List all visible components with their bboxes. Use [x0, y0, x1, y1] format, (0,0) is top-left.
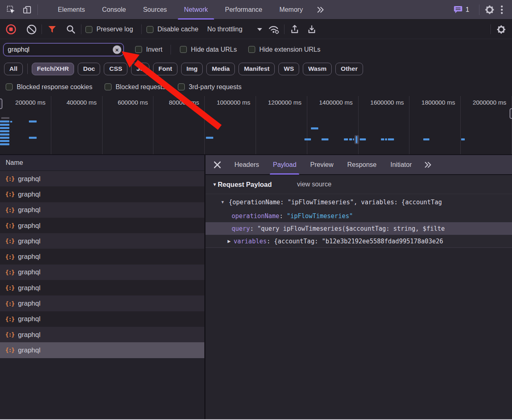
timeline-left-grip[interactable]: [0, 98, 2, 109]
issues-button[interactable]: 1: [453, 5, 469, 14]
tab-sources[interactable]: Sources: [134, 0, 175, 20]
detail-tab-payload[interactable]: Payload: [266, 155, 303, 175]
tab-memory[interactable]: Memory: [271, 0, 311, 20]
filter-chip-js[interactable]: JS: [131, 63, 149, 75]
detail-tab-initiator[interactable]: Initiator: [383, 155, 418, 175]
json-braces-icon: {:}: [5, 284, 14, 291]
filter-chip-fetch-xhr[interactable]: Fetch/XHR: [32, 63, 74, 75]
detail-tab-response[interactable]: Response: [340, 155, 383, 175]
customize-devtools-button[interactable]: [496, 4, 508, 16]
blocked-response-cookies-checkbox[interactable]: Blocked response cookies: [6, 83, 92, 91]
blocked-requests-checkbox[interactable]: Blocked requests: [105, 83, 166, 91]
import-har-button[interactable]: [289, 23, 301, 35]
device-toolbar-button[interactable]: [21, 4, 33, 16]
timeline-tick-label: 600000 ms: [103, 96, 153, 106]
devtools-top-bar: ElementsConsoleSourcesNetworkPerformance…: [0, 0, 512, 20]
filter-chip-manifest[interactable]: Manifest: [238, 63, 275, 75]
network-overview-timeline[interactable]: 200000 ms400000 ms600000 ms800000 ms1000…: [0, 96, 512, 155]
timeline-column: 1000000 ms: [205, 96, 256, 154]
payload-summary-row[interactable]: ▼ {operationName: "ipFlowTimeseries", va…: [206, 194, 512, 210]
toolbar-separator: [81, 24, 81, 34]
more-panels-button[interactable]: [311, 6, 330, 14]
table-row[interactable]: {:}graphql: [0, 218, 204, 233]
preserve-log-checkbox[interactable]: Preserve log: [85, 26, 133, 33]
property-separator: :: [279, 212, 287, 220]
disable-cache-checkbox[interactable]: Disable cache: [147, 26, 199, 33]
disclosure-triangle-icon[interactable]: ▶: [228, 239, 234, 243]
request-payload-section-header[interactable]: ▼ Request Payload view source: [206, 175, 512, 194]
close-details-button[interactable]: [211, 159, 223, 171]
issues-bubble-icon: [453, 5, 463, 14]
invert-checkbox[interactable]: Invert: [135, 46, 162, 53]
search-button[interactable]: [65, 23, 77, 35]
clear-filter-icon[interactable]: ×: [113, 45, 121, 54]
filter-chip-all[interactable]: All: [4, 63, 23, 75]
timeline-right-grip[interactable]: [510, 108, 512, 119]
throttling-dropdown[interactable]: No throttling: [207, 26, 262, 33]
request-name: graphql: [18, 190, 40, 198]
blocked-response-cookies-label: Blocked response cookies: [17, 83, 92, 91]
filter-button[interactable]: [46, 23, 58, 35]
settings-button[interactable]: [484, 4, 496, 16]
filter-chip-media[interactable]: Media: [206, 63, 235, 75]
timeline-column: 1800000 ms: [409, 96, 461, 154]
table-row[interactable]: {:}graphql: [0, 233, 204, 249]
filter-chip-doc[interactable]: Doc: [78, 63, 100, 75]
timeline-column: 800000 ms: [153, 96, 205, 154]
hide-extension-urls-label: Hide extension URLs: [259, 46, 320, 53]
checkbox-icon: [178, 83, 185, 90]
clear-network-log-button[interactable]: [25, 23, 37, 35]
json-braces-icon: {:}: [5, 269, 14, 276]
table-row[interactable]: {:}graphql: [0, 295, 204, 311]
network-conditions-button[interactable]: [268, 23, 280, 35]
name-column-header[interactable]: Name: [0, 155, 204, 171]
more-detail-tabs-button[interactable]: [419, 161, 438, 169]
request-timing-bar: [0, 143, 9, 145]
timeline-tick-label: 200000 ms: [0, 96, 51, 106]
gear-icon: [485, 5, 494, 15]
table-row[interactable]: {:}graphql: [0, 280, 204, 295]
invert-label: Invert: [146, 46, 162, 53]
json-braces-icon: {:}: [5, 238, 14, 244]
filter-input[interactable]: [4, 46, 123, 53]
table-row[interactable]: {:}graphql: [0, 327, 204, 342]
export-har-button[interactable]: [306, 23, 318, 35]
hide-extension-urls-checkbox[interactable]: Hide extension URLs: [248, 46, 320, 53]
payload-property-row[interactable]: operationName: "ipFlowTimeseries": [206, 210, 512, 222]
table-row[interactable]: {:}graphql: [0, 265, 204, 280]
table-row[interactable]: {:}graphql: [0, 311, 204, 327]
hide-data-urls-checkbox[interactable]: Hide data URLs: [180, 46, 237, 53]
payload-property-row[interactable]: query: "query ipFlowTimeseries($accountT…: [206, 222, 512, 235]
tab-network[interactable]: Network: [175, 0, 217, 20]
request-timing-bar: [29, 120, 37, 122]
table-row[interactable]: {:}graphql: [0, 186, 204, 202]
network-settings-button[interactable]: [495, 23, 507, 35]
filter-chip-font[interactable]: Font: [153, 63, 177, 75]
third-party-requests-checkbox[interactable]: 3rd-party requests: [178, 83, 242, 91]
table-row[interactable]: {:}graphql: [0, 249, 204, 264]
devtools-window: ElementsConsoleSourcesNetworkPerformance…: [0, 0, 512, 420]
table-row[interactable]: {:}graphql: [0, 171, 204, 186]
payload-property-row[interactable]: ▶variables: {accountTag: "b12e3b2192ee55…: [206, 235, 512, 247]
filter-chip-wasm[interactable]: Wasm: [303, 63, 332, 75]
network-toolbar: Preserve log Disable cache No throttling: [0, 20, 512, 39]
filter-chip-other[interactable]: Other: [335, 63, 363, 75]
timeline-tick-label: 1200000 ms: [256, 96, 307, 106]
inspect-element-button[interactable]: [5, 4, 17, 16]
filter-chip-img[interactable]: Img: [181, 63, 203, 75]
checkbox-icon: [248, 46, 255, 53]
detail-tabs: HeadersPayloadPreviewResponseInitiator: [228, 155, 419, 175]
view-source-link[interactable]: view source: [297, 181, 331, 188]
detail-tab-headers[interactable]: Headers: [228, 155, 266, 175]
table-row[interactable]: {:}graphql: [0, 342, 204, 358]
payload-code-rows: operationName: "ipFlowTimeseries"query: …: [206, 210, 512, 247]
tab-console[interactable]: Console: [94, 0, 135, 20]
record-network-log-button[interactable]: [5, 23, 17, 35]
table-row[interactable]: {:}graphql: [0, 202, 204, 218]
filter-chip-ws[interactable]: WS: [278, 63, 299, 75]
filter-chip-css[interactable]: CSS: [104, 63, 127, 75]
timeline-column: 400000 ms: [51, 96, 103, 154]
tab-performance[interactable]: Performance: [217, 0, 271, 20]
tab-elements[interactable]: Elements: [49, 0, 94, 20]
detail-tab-preview[interactable]: Preview: [303, 155, 340, 175]
